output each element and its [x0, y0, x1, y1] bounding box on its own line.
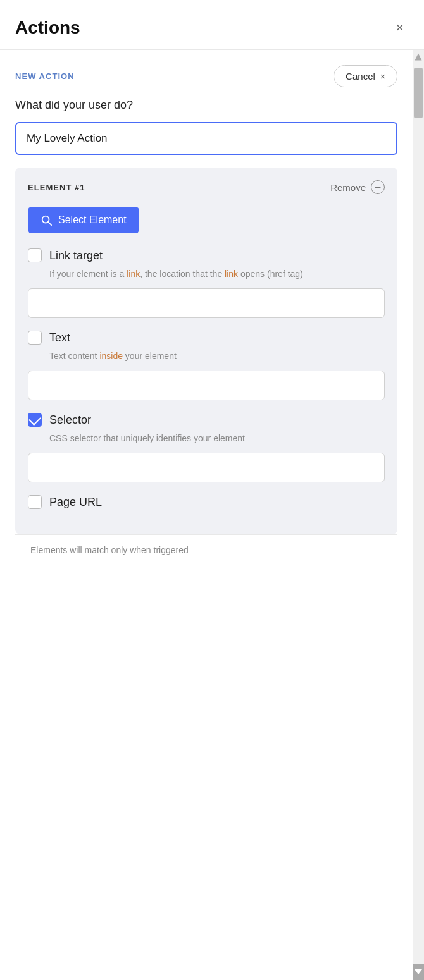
scrollbar[interactable] [413, 50, 424, 980]
scrollbar-thumb[interactable] [414, 68, 423, 118]
link-target-input[interactable] [28, 288, 385, 318]
scrollbar-down-button[interactable] [413, 964, 424, 980]
link-target-description: If your element is a link, the location … [49, 267, 385, 281]
select-element-label: Select Element [58, 214, 127, 226]
selector-checkbox-row: Selector [28, 413, 385, 427]
element-card: ELEMENT #1 Remove − Select Element [15, 168, 397, 534]
new-action-row: NEW ACTION Cancel × [15, 65, 397, 87]
remove-button[interactable]: Remove − [330, 180, 385, 194]
select-element-button[interactable]: Select Element [28, 207, 139, 233]
close-button[interactable]: × [390, 18, 409, 37]
text-label: Text [49, 331, 70, 345]
search-icon [41, 214, 52, 226]
remove-label: Remove [330, 182, 366, 193]
page-url-checkbox-row: Page URL [28, 495, 385, 509]
footer-note: Elements will match only when triggered [15, 534, 397, 563]
link-target-checkbox[interactable] [28, 248, 42, 262]
svg-line-1 [49, 223, 52, 226]
selector-label: Selector [49, 413, 91, 427]
text-checkbox[interactable] [28, 331, 42, 345]
actions-panel: Actions × NEW ACTION Cancel × What did y… [0, 0, 424, 980]
page-url-section: Page URL [28, 495, 385, 519]
element-title: ELEMENT #1 [28, 183, 85, 192]
inside-text-highlight: inside [99, 351, 123, 361]
selector-description: CSS selector that uniquely identifies yo… [49, 432, 385, 445]
page-url-label: Page URL [49, 496, 102, 509]
element-header: ELEMENT #1 Remove − [28, 180, 385, 194]
cancel-label: Cancel [346, 71, 375, 82]
remove-icon: − [371, 180, 385, 194]
page-title: Actions [15, 18, 80, 38]
link-target-checkbox-row: Link target [28, 248, 385, 262]
text-input[interactable] [28, 371, 385, 400]
action-name-input[interactable] [15, 122, 397, 155]
link-text-highlight-2: link [225, 269, 238, 279]
link-target-label: Link target [49, 249, 103, 262]
cancel-x-icon: × [380, 71, 385, 82]
selector-input[interactable] [28, 453, 385, 482]
svg-point-0 [42, 216, 49, 223]
link-text-highlight: link [127, 269, 140, 279]
link-target-section: Link target If your element is a link, t… [28, 248, 385, 331]
panel-header: Actions × [0, 0, 424, 50]
question-label: What did your user do? [15, 99, 397, 112]
selector-section: Selector CSS selector that uniquely iden… [28, 413, 385, 495]
cancel-button[interactable]: Cancel × [334, 65, 397, 87]
text-description: Text content inside your element [49, 350, 385, 363]
scrollbar-up-button[interactable] [414, 51, 423, 63]
new-action-label: NEW ACTION [15, 71, 75, 81]
selector-checkbox[interactable] [28, 413, 42, 427]
page-url-checkbox[interactable] [28, 495, 42, 509]
content-area: NEW ACTION Cancel × What did your user d… [0, 50, 413, 980]
text-section: Text Text content inside your element [28, 331, 385, 413]
main-content: NEW ACTION Cancel × What did your user d… [0, 50, 424, 980]
text-checkbox-row: Text [28, 331, 385, 345]
